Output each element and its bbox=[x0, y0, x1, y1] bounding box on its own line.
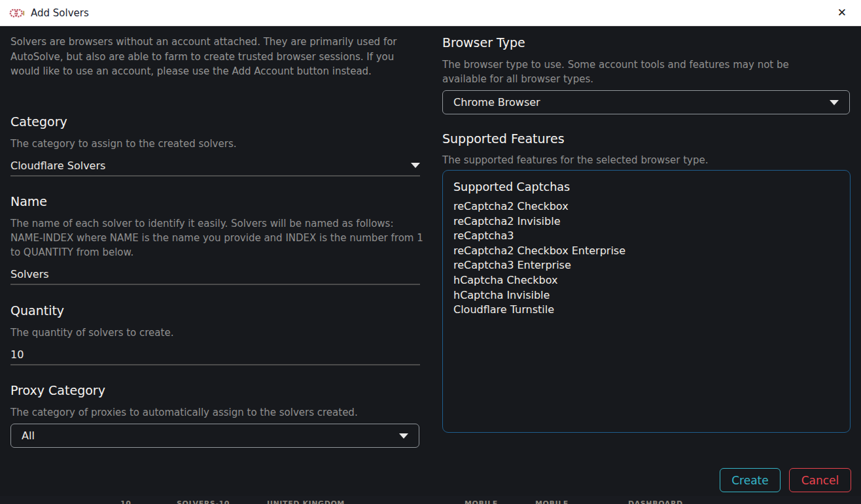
supported-features-label: Supported Features bbox=[442, 131, 565, 146]
supported-captchas-title: Supported Captchas bbox=[453, 180, 839, 193]
name-label: Name bbox=[10, 194, 47, 209]
captcha-item: reCaptcha2 Checkbox Enterprise bbox=[453, 244, 839, 259]
name-field-wrap bbox=[10, 264, 420, 285]
chevron-down-icon bbox=[411, 163, 420, 168]
category-select-value: Cloudflare Solvers bbox=[10, 160, 105, 172]
background-text-fragment: MOBILE bbox=[535, 499, 569, 504]
chevron-down-icon bbox=[399, 433, 408, 439]
browser-type-description: The browser type to use. Some account to… bbox=[442, 58, 835, 86]
proxy-category-label: Proxy Category bbox=[10, 383, 105, 397]
intro-text: Solvers are browsers without an account … bbox=[10, 35, 423, 79]
create-button[interactable]: Create bbox=[720, 468, 781, 492]
background-text-fragment: MOBILE bbox=[465, 499, 498, 504]
browser-type-select[interactable]: Chrome Browser bbox=[442, 90, 850, 114]
captcha-item: reCaptcha3 bbox=[453, 229, 839, 244]
dialog-title: Add Solvers bbox=[31, 7, 89, 19]
supported-features-box: Supported Captchas reCaptcha2 Checkboxre… bbox=[442, 170, 851, 433]
add-solvers-dialog: { "titlebar": { "title": "Add Solvers", … bbox=[0, 0, 861, 504]
background-text-fragment: SOLVERS-10 bbox=[177, 499, 230, 504]
proxy-category-description: The category of proxies to automatically… bbox=[10, 405, 423, 420]
name-description: The name of each solver to identify it e… bbox=[10, 216, 424, 260]
app-logo-icon bbox=[9, 7, 25, 19]
background-text-fragment: 10 bbox=[120, 499, 132, 504]
captcha-item: Cloudflare Turnstile bbox=[453, 303, 839, 318]
chevron-down-icon bbox=[830, 100, 839, 105]
category-description: The category to assign to the created so… bbox=[10, 137, 423, 151]
captcha-item: hCaptcha Checkbox bbox=[453, 273, 839, 288]
category-select[interactable]: Cloudflare Solvers bbox=[10, 156, 420, 176]
supported-features-description: The supported features for the selected … bbox=[442, 153, 835, 167]
captcha-item: reCaptcha3 Enterprise bbox=[453, 258, 839, 273]
background-text-fragment: UNITED KINGDOM bbox=[267, 499, 345, 504]
proxy-category-select-value: All bbox=[22, 429, 35, 442]
captcha-item: reCaptcha2 Invisible bbox=[453, 214, 839, 229]
quantity-input[interactable] bbox=[10, 344, 420, 364]
browser-type-select-value: Chrome Browser bbox=[453, 96, 540, 109]
quantity-field-wrap bbox=[10, 344, 420, 365]
titlebar: Add Solvers ✕ bbox=[0, 0, 861, 26]
proxy-category-select[interactable]: All bbox=[10, 424, 419, 448]
captcha-list: reCaptcha2 CheckboxreCaptcha2 Invisibler… bbox=[453, 199, 839, 318]
category-label: Category bbox=[10, 114, 67, 129]
captcha-item: hCaptcha Invisible bbox=[453, 288, 839, 303]
name-input[interactable] bbox=[10, 264, 420, 284]
quantity-description: The quantity of solvers to create. bbox=[10, 326, 423, 340]
cancel-button[interactable]: Cancel bbox=[789, 468, 851, 492]
captcha-item: reCaptcha2 Checkbox bbox=[453, 199, 839, 214]
background-window-strip: 10SOLVERS-10UNITED KINGDOMMOBILEMOBILEDA… bbox=[0, 496, 861, 504]
background-text-fragment: DASHBOARD bbox=[628, 499, 683, 504]
close-icon[interactable]: ✕ bbox=[832, 5, 852, 21]
browser-type-label: Browser Type bbox=[442, 35, 525, 50]
quantity-label: Quantity bbox=[10, 303, 64, 318]
